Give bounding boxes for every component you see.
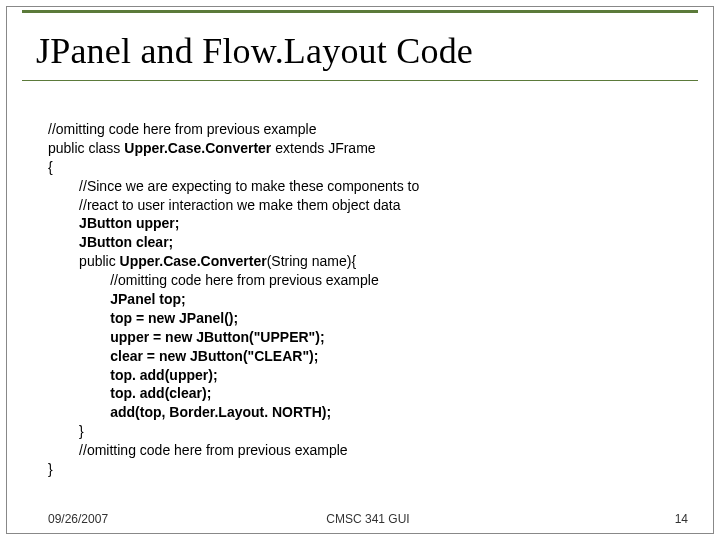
code-line: clear = new JButton("CLEAR"); <box>48 348 318 364</box>
code-line: top. add(upper); <box>48 367 218 383</box>
code-line: //omitting code here from previous examp… <box>48 442 348 458</box>
footer-course: CMSC 341 GUI <box>326 512 409 526</box>
footer-date: 09/26/2007 <box>48 512 108 526</box>
title-underline <box>22 80 698 81</box>
footer: 09/26/2007 CMSC 341 GUI 14 <box>48 512 688 526</box>
slide-title: JPanel and Flow.Layout Code <box>36 30 684 72</box>
code-line: top. add(clear); <box>48 385 211 401</box>
code-line: JPanel top; <box>48 291 186 307</box>
code-line: //omitting code here from previous examp… <box>48 272 379 288</box>
accent-bar <box>22 10 698 13</box>
code-line: upper = new JButton("UPPER"); <box>48 329 325 345</box>
code-line: { <box>48 159 53 175</box>
code-line: //omitting code here from previous examp… <box>48 121 316 137</box>
code-line: JButton upper; <box>48 215 179 231</box>
code-line: public Upper.Case.Converter(String name)… <box>48 253 356 269</box>
code-line: //Since we are expecting to make these c… <box>48 178 419 194</box>
code-line: } <box>48 461 53 477</box>
slide: JPanel and Flow.Layout Code //omitting c… <box>0 0 720 540</box>
code-line: public class Upper.Case.Converter extend… <box>48 140 376 156</box>
code-line: add(top, Border.Layout. NORTH); <box>48 404 331 420</box>
code-line: JButton clear; <box>48 234 173 250</box>
footer-page: 14 <box>675 512 688 526</box>
code-block: //omitting code here from previous examp… <box>48 120 672 479</box>
code-line: top = new JPanel(); <box>48 310 238 326</box>
code-line: } <box>48 423 84 439</box>
code-line: //react to user interaction we make them… <box>48 197 401 213</box>
